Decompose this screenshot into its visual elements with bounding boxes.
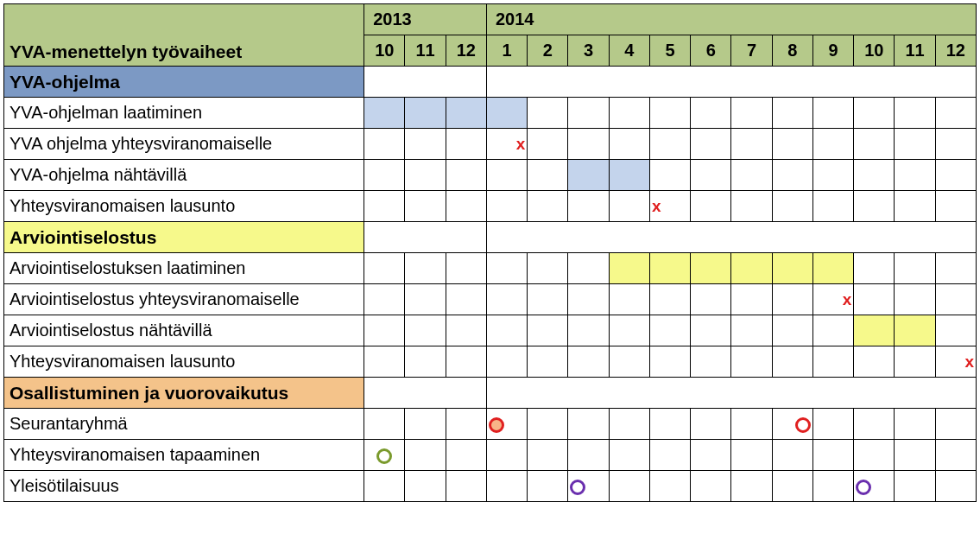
bar-cell bbox=[609, 160, 649, 191]
section-row-osallistuminen: Osallistuminen ja vuorovaikutus bbox=[4, 378, 977, 409]
year-2014: 2014 bbox=[486, 4, 976, 35]
circle-red-filled-icon bbox=[489, 417, 504, 433]
task-label: Yhteysviranomaisen tapaaminen bbox=[4, 440, 364, 471]
task-label: Arviointiselostus yhteysviranomaiselle bbox=[4, 284, 364, 315]
bar-cell bbox=[405, 98, 446, 129]
month: 10 bbox=[364, 35, 405, 67]
bar-cell bbox=[691, 253, 731, 284]
bar-cell bbox=[446, 98, 486, 129]
marker-cell bbox=[486, 409, 527, 440]
bar-cell bbox=[895, 315, 935, 346]
task-label: Arviointiselostus nähtävillä bbox=[4, 315, 364, 346]
bar-cell bbox=[486, 98, 527, 129]
month: 9 bbox=[812, 35, 853, 67]
month: 12 bbox=[446, 35, 486, 67]
task-row: Yleisötilaisuus bbox=[4, 471, 977, 502]
task-label: YVA-ohjelma nähtävillä bbox=[4, 160, 364, 191]
section-label: YVA-ohjelma bbox=[4, 67, 364, 98]
task-label: Yhteysviranomaisen lausunto bbox=[4, 346, 364, 378]
circle-green-icon bbox=[376, 448, 392, 464]
month: 1 bbox=[486, 35, 527, 67]
month: 7 bbox=[731, 35, 772, 67]
header-year-row: YVA-menettelyn työvaiheet 2013 2014 bbox=[4, 4, 977, 35]
milestone-x: x bbox=[486, 129, 527, 160]
task-row: Yhteysviranomaisen lausunto x bbox=[4, 346, 977, 378]
bar-cell bbox=[609, 253, 649, 284]
bar-cell bbox=[364, 98, 405, 129]
section-label: Osallistuminen ja vuorovaikutus bbox=[4, 378, 364, 409]
month: 8 bbox=[772, 35, 812, 67]
marker-cell bbox=[772, 409, 812, 440]
bar-cell bbox=[568, 160, 609, 191]
marker-cell bbox=[364, 440, 405, 471]
bar-cell bbox=[772, 253, 812, 284]
task-row: YVA-ohjelma nähtävillä bbox=[4, 160, 977, 191]
table-title: YVA-menettelyn työvaiheet bbox=[4, 4, 364, 67]
month: 2 bbox=[528, 35, 568, 67]
month: 11 bbox=[405, 35, 446, 67]
task-row: Arviointiselostuksen laatiminen bbox=[4, 253, 977, 284]
task-row: YVA ohjelma yhteysviranomaiselle x bbox=[4, 129, 977, 160]
task-label: Yhteysviranomaisen lausunto bbox=[4, 191, 364, 222]
bar-cell bbox=[812, 253, 853, 284]
task-label: Seurantaryhmä bbox=[4, 409, 364, 440]
section-row-arviointiselostus: Arviointiselostus bbox=[4, 222, 977, 253]
marker-cell bbox=[568, 471, 609, 502]
month: 3 bbox=[568, 35, 609, 67]
month: 5 bbox=[649, 35, 690, 67]
task-row: Arviointiselostus yhteysviranomaiselle x bbox=[4, 284, 977, 315]
task-label: Arviointiselostuksen laatiminen bbox=[4, 253, 364, 284]
bar-cell bbox=[854, 315, 895, 346]
section-label: Arviointiselostus bbox=[4, 222, 364, 253]
month: 11 bbox=[895, 35, 935, 67]
milestone-x: x bbox=[812, 284, 853, 315]
task-label: YVA ohjelma yhteysviranomaiselle bbox=[4, 129, 364, 160]
task-row: Yhteysviranomaisen tapaaminen bbox=[4, 440, 977, 471]
task-row: YVA-ohjelman laatiminen bbox=[4, 98, 977, 129]
task-row: Seurantaryhmä bbox=[4, 409, 977, 440]
task-label: Yleisötilaisuus bbox=[4, 471, 364, 502]
circle-purple-icon bbox=[856, 480, 871, 495]
task-row: Yhteysviranomaisen lausunto x bbox=[4, 191, 977, 222]
month: 6 bbox=[691, 35, 731, 67]
marker-cell bbox=[854, 471, 895, 502]
circle-purple-icon bbox=[570, 480, 585, 495]
milestone-x: x bbox=[649, 191, 690, 222]
milestone-x: x bbox=[935, 346, 976, 378]
task-row: Arviointiselostus nähtävillä bbox=[4, 315, 977, 346]
bar-cell bbox=[731, 253, 772, 284]
month: 10 bbox=[854, 35, 895, 67]
section-row-yva-ohjelma: YVA-ohjelma bbox=[4, 67, 977, 98]
month: 4 bbox=[609, 35, 649, 67]
month: 12 bbox=[935, 35, 976, 67]
task-label: YVA-ohjelman laatiminen bbox=[4, 98, 364, 129]
gantt-table: YVA-menettelyn työvaiheet 2013 2014 10 1… bbox=[3, 3, 977, 502]
year-2013: 2013 bbox=[364, 4, 487, 35]
circle-red-hollow-icon bbox=[795, 417, 811, 433]
bar-cell bbox=[649, 253, 690, 284]
